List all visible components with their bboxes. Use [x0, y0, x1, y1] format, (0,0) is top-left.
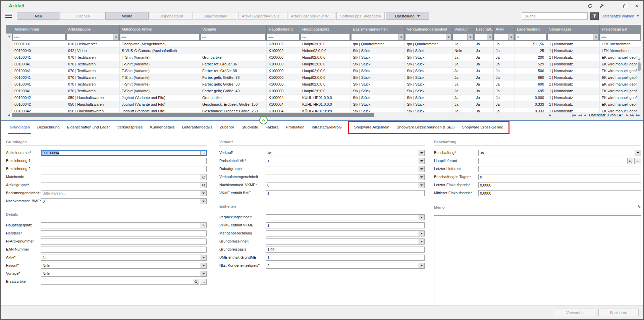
- field-box-bme-enthält-grundme[interactable]: [266, 255, 425, 261]
- fast-forward-icon[interactable]: ▶▶: [630, 114, 634, 117]
- search-input[interactable]: [522, 12, 588, 20]
- table-row[interactable]: 00100041070 | TextilwarenT-Shirt (Varian…: [6, 54, 641, 61]
- tab-shopware-allgemein[interactable]: Shopware Allgemein: [351, 121, 393, 134]
- chevron-down-icon[interactable]: [419, 239, 424, 244]
- toolbar-button-dispobestand[interactable]: Dispobestand: [150, 12, 193, 20]
- toolbar-button-softfolio-pps-shopdaten[interactable]: Softfolio.pps Shopdaten: [336, 12, 385, 20]
- field-input-nachkommast-vkme[interactable]: [266, 182, 419, 188]
- chevron-down-icon[interactable]: [419, 150, 424, 156]
- chevron-down-icon[interactable]: [201, 199, 206, 204]
- restore-icon[interactable]: [623, 3, 628, 8]
- table-row[interactable]: 00100041070 | TextilwarenT-Shirt (Varian…: [6, 88, 641, 95]
- scroll-left-icon[interactable]: ◀: [6, 114, 11, 117]
- table-row[interactable]: 00100041070 | TextilwarenT-Shirt (Varian…: [6, 61, 641, 68]
- tab-stückliste[interactable]: Stückliste: [238, 121, 262, 134]
- table-row[interactable]: 00001031010 | HeimwerkerTischplatte (Men…: [6, 41, 641, 48]
- select-records-button[interactable]: Datensätze wählen: [601, 14, 639, 18]
- field-box-bezeichnung-1[interactable]: [41, 158, 207, 164]
- field-input-bezeichnung-2[interactable]: [41, 166, 206, 172]
- field-box-verkauf[interactable]: [266, 150, 425, 156]
- field-box-letzter-einkaufspreis[interactable]: [478, 182, 641, 188]
- field-input-rabattgruppe[interactable]: [266, 166, 419, 172]
- filter-input-artikelnummer[interactable]: [20, 35, 65, 40]
- search-icon[interactable]: [193, 279, 199, 284]
- row-selector[interactable]: [6, 88, 12, 94]
- chevron-down-icon[interactable]: [446, 34, 451, 40]
- field-input-letzter-einkaufspreis[interactable]: [479, 182, 641, 188]
- toolbar-button-löschen[interactable]: Löschen: [61, 12, 104, 20]
- column-header-hauptlagerplatz[interactable]: Hauptlagerplatz: [300, 25, 351, 34]
- column-header-steuerklasse[interactable]: Steuerklasse: [547, 25, 600, 34]
- column-header-verkauf[interactable]: Verkauf: [452, 25, 474, 34]
- chevron-down-icon[interactable]: [113, 34, 118, 40]
- field-input-ersatzartikel[interactable]: [41, 279, 193, 284]
- column-header-beschaff[interactable]: Beschaff...: [474, 25, 494, 34]
- toolbar-button-artikel-löschen-nur-w[interactable]: Artikel löschen (nur W...: [287, 12, 335, 20]
- search-icon[interactable]: [201, 182, 206, 188]
- field-box-artikelnummer[interactable]: 99100094...: [41, 150, 207, 156]
- field-box-grundpreiseinheit[interactable]: [266, 238, 425, 245]
- field-box-aktiv[interactable]: [41, 255, 207, 261]
- field-box-bezeichnung-2[interactable]: [41, 166, 207, 172]
- field-box-mengenberechnung[interactable]: [266, 230, 425, 236]
- tab-intrastat-elektrog[interactable]: Intrastat/ElektroG: [308, 121, 345, 134]
- save-button[interactable]: Speichern: [598, 309, 639, 316]
- column-header-rowselector[interactable]: [6, 25, 12, 34]
- row-selector[interactable]: [6, 95, 12, 101]
- vertical-scrollbar[interactable]: ▲ ▼: [637, 57, 641, 112]
- filter-input-preispflege-ek[interactable]: [607, 35, 640, 40]
- settings-wrench-icon[interactable]: [599, 3, 604, 8]
- row-selector[interactable]: [6, 81, 12, 88]
- field-input-bme-enthält-grundme[interactable]: [266, 255, 424, 260]
- field-input-basismengeneinheit[interactable]: [41, 191, 201, 196]
- table-row[interactable]: 00100041070 | TextilwarenT-Shirt (Varian…: [6, 81, 641, 88]
- field-input-verkaufsmengeneinheit[interactable]: [266, 174, 419, 180]
- chevron-down-icon[interactable]: [201, 255, 206, 260]
- field-input-aktiv[interactable]: [41, 255, 201, 260]
- field-box-favorit[interactable]: [41, 263, 207, 269]
- field-box-nks-kundeneinzelpreis[interactable]: [266, 263, 425, 269]
- chevron-down-icon[interactable]: [508, 34, 514, 40]
- table-row[interactable]: 00100040042 | VideoS-VHS-C-Camera (Ausla…: [6, 48, 641, 54]
- field-box-ean-nummer[interactable]: [41, 247, 207, 253]
- field-input-verkauf[interactable]: [266, 150, 419, 156]
- chevron-down-icon[interactable]: [201, 191, 206, 196]
- field-input-vpme-enthält-vkme[interactable]: [266, 223, 424, 228]
- chevron-down-icon[interactable]: [201, 263, 206, 268]
- toolbar-button-neu[interactable]: Neu: [17, 12, 60, 20]
- toolbar-button-darstellung[interactable]: Darstellung: [386, 12, 429, 20]
- go-last-icon[interactable]: ▶▶|: [636, 114, 640, 117]
- filter-input-hauptlieferant[interactable]: [274, 35, 299, 40]
- memo-textarea[interactable]: [434, 215, 641, 305]
- forward-icon[interactable]: ▶: [626, 114, 628, 117]
- chevron-down-icon[interactable]: [419, 263, 424, 268]
- menu-icon[interactable]: [5, 14, 12, 18]
- tab-produktion[interactable]: Produktion: [282, 121, 308, 134]
- column-header-verkaufsmengeneinheit[interactable]: Verkaufsmengeneinheit: [405, 25, 452, 34]
- chevron-down-icon[interactable]: [419, 174, 424, 180]
- row-selector[interactable]: [6, 61, 12, 67]
- row-selector[interactable]: [6, 48, 12, 54]
- filter-input-variante[interactable]: [208, 35, 265, 40]
- field-box-hauptlagerplatz[interactable]: ✎: [41, 222, 207, 228]
- field-box-artikelgruppe[interactable]: [41, 182, 207, 188]
- horizontal-scroll-thumb[interactable]: [12, 113, 374, 117]
- scroll-right-icon[interactable]: ▶: [547, 114, 553, 117]
- back-icon[interactable]: ◀: [584, 114, 586, 117]
- field-input-favorit[interactable]: [41, 263, 201, 268]
- tab-bezeichnung[interactable]: Bezeichnung: [34, 121, 63, 134]
- tab-shopware-bezeichnungen-seo[interactable]: Shopware Bezeichnungen & SEO: [393, 121, 459, 134]
- row-selector[interactable]: [6, 41, 12, 47]
- table-row[interactable]: 00100041070 | TextilwarenT-Shirt (Varian…: [6, 74, 641, 81]
- tab-lieferantendetails[interactable]: Lieferantendetails: [178, 121, 216, 134]
- chevron-down-icon[interactable]: [419, 215, 424, 220]
- chevron-down-icon[interactable]: [201, 271, 206, 276]
- filter-input-lagerbestand[interactable]: [521, 35, 546, 40]
- chevron-down-icon[interactable]: [419, 166, 424, 172]
- tab-grundlagen[interactable]: Grundlagen: [6, 121, 34, 134]
- column-header-lagerbestand[interactable]: Lagerbestand: [515, 25, 547, 34]
- field-input-artikelgruppe[interactable]: [41, 182, 201, 188]
- filter-funnel-button[interactable]: [590, 12, 599, 20]
- table-row[interactable]: 00100042050 | HaushaltswarenJoghurt (Var…: [6, 108, 641, 112]
- chevron-down-icon[interactable]: [419, 158, 424, 164]
